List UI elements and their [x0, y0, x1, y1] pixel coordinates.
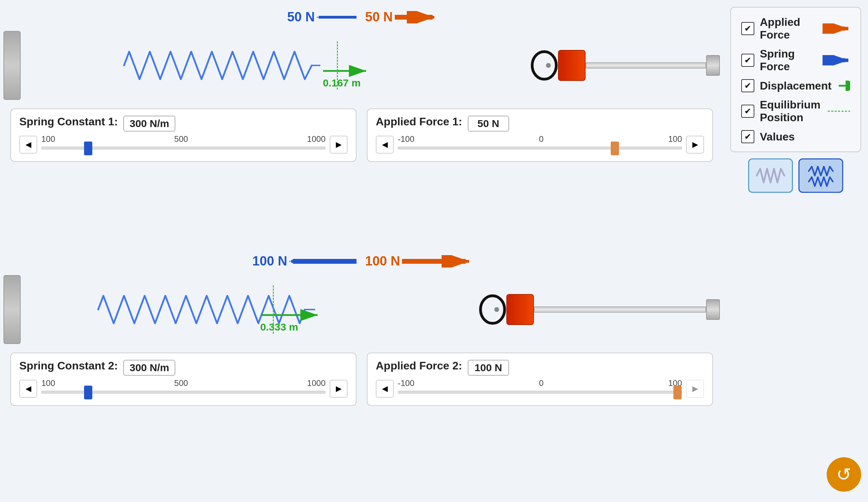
sc-mark-100-1: 100 — [41, 134, 55, 144]
af-thumb-2[interactable] — [673, 386, 682, 399]
spring-row-2: 0.333 m — [3, 275, 720, 344]
sidebar: ✔ Applied Force ✔ Spring Force ✔ Displac… — [723, 0, 868, 502]
legend-values-label: Values — [760, 130, 850, 143]
af-value-2: 100 N — [468, 360, 509, 376]
af-mark-0-1: 0 — [539, 134, 544, 144]
wall-2 — [3, 275, 21, 344]
checkbox-applied-force[interactable]: ✔ — [741, 22, 754, 35]
legend-applied-force-label: Applied Force — [760, 16, 817, 41]
sc-mark-1000-1: 1000 — [307, 134, 326, 144]
af-label-1: Applied Force 1: — [376, 115, 462, 128]
legend-values: ✔ Values — [741, 130, 850, 143]
sc-right-btn-2[interactable]: ▶ — [330, 380, 348, 398]
sc-value-1: 300 N/m — [123, 116, 175, 132]
af-label-2: Applied Force 2: — [376, 359, 462, 372]
controls-panel-1: Spring Constant 1: 300 N/m ◀ 100 500 100… — [3, 105, 720, 165]
sc-slider-area-1: 100 500 1000 — [41, 134, 326, 155]
sc-track-2[interactable] — [41, 391, 326, 394]
displacement-area-2: 0.333 m — [259, 309, 321, 333]
af-mark-n100-1: -100 — [398, 134, 414, 144]
sc-left-btn-1[interactable]: ◀ — [19, 136, 37, 154]
legend-spring-force-arrow — [823, 55, 850, 65]
applied-force-arrow-2 — [402, 255, 471, 268]
sc-thumb-2[interactable] — [84, 386, 92, 399]
af-mark-n100-2: -100 — [398, 378, 414, 388]
sc-thumb-1[interactable] — [84, 142, 92, 155]
applied-force-label-1: 50 N — [365, 10, 393, 24]
legend-displacement: ✔ Displacement — [741, 79, 850, 92]
spring-section-2: 100 N 100 N — [3, 251, 720, 492]
spring-constant-control-2: Spring Constant 2: 300 N/m ◀ 100 500 100… — [10, 353, 356, 406]
af-scale-1: -100 0 100 — [398, 134, 682, 144]
reset-button[interactable]: ↺ — [827, 457, 861, 492]
legend-equilibrium-label: Equilibrium Position — [760, 98, 820, 124]
checkbox-equilibrium[interactable]: ✔ — [741, 105, 754, 118]
spring-container-2: 0.333 m — [21, 285, 479, 334]
spring-section-1: 50 N 50 N — [3, 7, 720, 248]
spring-force-arrow-1 — [317, 11, 358, 23]
spring-btn-single[interactable] — [748, 158, 793, 193]
af-thumb-1[interactable] — [611, 142, 619, 155]
sc-right-btn-1[interactable]: ▶ — [330, 136, 348, 154]
applied-force-arrow-1 — [395, 11, 436, 23]
svg-point-9 — [546, 63, 551, 68]
af-right-btn-1[interactable]: ▶ — [686, 136, 704, 154]
checkbox-spring-force[interactable]: ✔ — [741, 54, 754, 67]
spring-force-arrow-2 — [289, 255, 358, 268]
equilibrium-line-2 — [273, 285, 274, 334]
displacement-value-2: 0.333 m — [260, 321, 298, 333]
mass-assembly-2 — [479, 292, 720, 327]
legend-spring-force: ✔ Spring Force — [741, 48, 850, 73]
legend-applied-force-arrow — [823, 23, 850, 34]
sc-mark-500-1: 500 — [174, 134, 188, 144]
af-track-1[interactable] — [398, 147, 682, 149]
sc-left-btn-2[interactable]: ◀ — [19, 380, 37, 398]
spring-force-label-2: 100 N — [252, 254, 287, 269]
legend-applied-force: ✔ Applied Force — [741, 16, 850, 41]
spring-container-1: 0.167 m — [21, 41, 530, 90]
ring-2 — [479, 292, 506, 327]
sc-slider-area-2: 100 500 1000 — [41, 378, 326, 399]
sc-label-1: Spring Constant 1: — [19, 115, 118, 128]
controls-panel-2: Spring Constant 2: 300 N/m ◀ 100 500 100… — [3, 349, 720, 409]
checkbox-values[interactable]: ✔ — [741, 130, 754, 143]
spring-visual-2: 100 N 100 N — [3, 251, 720, 347]
svg-point-19 — [480, 296, 505, 323]
rod-end-2 — [706, 299, 720, 320]
sc-slider-container-2: ◀ 100 500 1000 ▶ — [19, 378, 348, 399]
af-value-1: 50 N — [468, 116, 509, 132]
red-body-2 — [506, 294, 534, 325]
checkbox-displacement[interactable]: ✔ — [741, 79, 754, 92]
spring-svg-2 — [21, 285, 479, 334]
af-right-btn-2[interactable]: ▶ — [686, 380, 704, 398]
mass-assembly-1 — [530, 48, 720, 83]
sc-value-2: 300 N/m — [123, 360, 175, 376]
spring-btn-double[interactable] — [798, 158, 843, 193]
rod-end-1 — [706, 55, 720, 76]
rod-1 — [586, 62, 706, 69]
legend-displacement-arrow — [837, 81, 850, 91]
spring-visual-1: 50 N 50 N — [3, 7, 720, 103]
af-slider-area-2: -100 0 100 — [398, 378, 682, 399]
displacement-arrow-2 — [259, 309, 321, 321]
spring-force-label-1: 50 N — [287, 10, 315, 24]
sc-mark-500-2: 500 — [174, 378, 188, 388]
rod-2 — [534, 306, 706, 313]
sc-track-1[interactable] — [41, 147, 326, 149]
af-left-btn-1[interactable]: ◀ — [376, 136, 394, 154]
spring-constant-control-1: Spring Constant 1: 300 N/m ◀ 100 500 100… — [10, 108, 356, 162]
af-slider-container-1: ◀ -100 0 100 ▶ — [376, 134, 704, 155]
displacement-area-1: 0.167 m — [321, 65, 370, 89]
legend-box: ✔ Applied Force ✔ Spring Force ✔ Displac… — [730, 7, 861, 152]
af-track-2[interactable] — [398, 391, 682, 394]
displacement-arrow-1 — [321, 65, 370, 77]
applied-force-label-2: 100 N — [365, 254, 400, 269]
wall-1 — [3, 31, 21, 100]
legend-equilibrium-line — [826, 106, 850, 116]
af-left-btn-2[interactable]: ◀ — [376, 380, 394, 398]
red-body-1 — [558, 50, 586, 81]
legend-spring-force-label: Spring Force — [760, 48, 817, 73]
af-slider-area-1: -100 0 100 — [398, 134, 682, 155]
af-scale-2: -100 0 100 — [398, 378, 682, 388]
sc-mark-100-2: 100 — [41, 378, 55, 388]
